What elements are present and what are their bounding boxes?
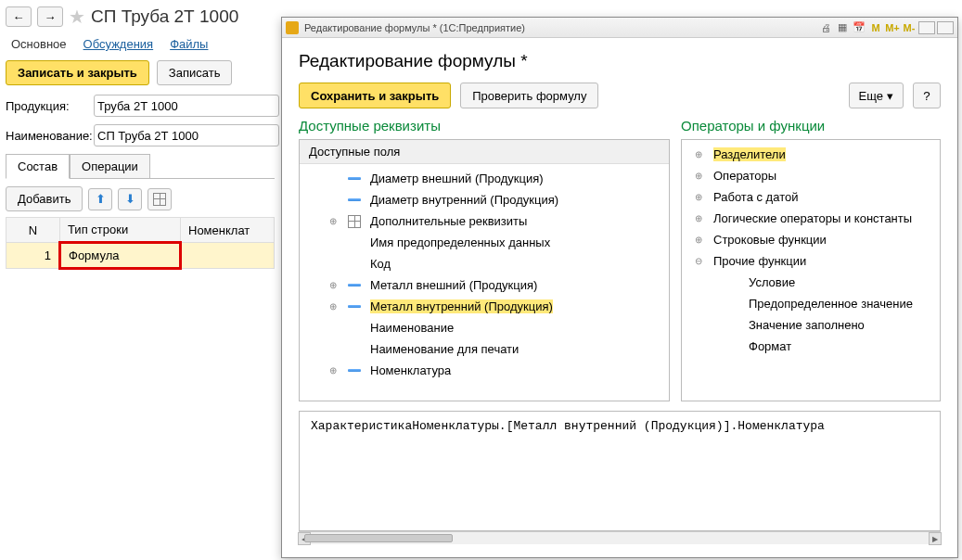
expand-icon[interactable]: ⊕ <box>327 280 339 290</box>
tree-item-label: Логические операторы и константы <box>713 211 912 225</box>
tab-files[interactable]: Файлы <box>170 37 208 51</box>
operators-box: ⊕Разделители⊕Операторы⊕Работа с датой⊕Ло… <box>681 139 941 401</box>
favorite-star-icon[interactable]: ★ <box>69 6 85 28</box>
available-fields-header: Доступные поля <box>300 140 669 164</box>
tree-item-label: Операторы <box>713 169 776 183</box>
tree-item[interactable]: ⊕Металл внешний (Продукция) <box>300 274 669 296</box>
calendar-icon[interactable]: 📅 <box>852 20 866 35</box>
tree-item[interactable]: Формат <box>682 336 940 357</box>
add-row-button[interactable]: Добавить <box>6 186 83 211</box>
tab-discussions[interactable]: Обсуждения <box>83 37 154 51</box>
field-icon <box>348 284 361 286</box>
app-icon <box>286 21 299 34</box>
tree-item[interactable]: Диаметр внутренний (Продукция) <box>300 189 669 210</box>
tree-item-label: Дополнительные реквизиты <box>370 214 527 228</box>
expand-icon[interactable]: ⊕ <box>327 301 339 312</box>
tree-item-label: Условие <box>749 275 795 289</box>
horizontal-scrollbar[interactable]: ◀ ▶ <box>299 531 941 544</box>
col-n[interactable]: N <box>6 218 60 243</box>
available-fields-panel: Доступные реквизиты Доступные поля Диаме… <box>299 118 670 401</box>
window-titlebar[interactable]: Редактирование формулы * (1С:Предприятие… <box>282 18 957 38</box>
tab-main[interactable]: Основное <box>11 37 67 51</box>
check-formula-button[interactable]: Проверить формулу <box>460 83 598 108</box>
table-row[interactable]: 1 Формула <box>6 243 275 269</box>
arrow-right-icon: → <box>45 10 57 24</box>
print-icon[interactable]: 🖨 <box>818 20 833 35</box>
composition-table: N Тип строки Номенклат 1 Формула <box>6 217 275 270</box>
operators-panel: Операторы и функции ⊕Разделители⊕Операто… <box>681 118 941 401</box>
scroll-right-button[interactable]: ▶ <box>929 532 942 545</box>
cell-type[interactable]: Формула <box>60 243 181 269</box>
nav-back-button[interactable]: ← <box>6 6 32 27</box>
tree-item[interactable]: Диаметр внешний (Продукция) <box>300 168 669 189</box>
expand-icon[interactable]: ⊕ <box>693 213 704 223</box>
product-input[interactable] <box>94 95 279 117</box>
page-title: СП Труба 2Т 1000 <box>91 6 238 27</box>
tree-item[interactable]: Код <box>300 253 669 274</box>
formula-editor-body: Редактирование формулы * Сохранить и зак… <box>282 38 957 557</box>
expand-icon[interactable]: ⊕ <box>327 365 339 375</box>
expand-icon[interactable]: ⊕ <box>693 192 704 202</box>
tree-item-label: Код <box>370 257 391 271</box>
cell-n: 1 <box>6 243 60 269</box>
tree-item[interactable]: ⊕Работа с датой <box>682 186 940 208</box>
tree-item[interactable]: Наименование для печати <box>300 338 669 360</box>
formula-editor-window: Редактирование формулы * (1С:Предприятие… <box>281 17 958 558</box>
arrow-down-icon: ⬇ <box>125 192 135 206</box>
memory-m-button[interactable]: M <box>868 20 883 35</box>
move-up-button[interactable]: ⬆ <box>88 188 112 210</box>
col-type[interactable]: Тип строки <box>60 218 181 243</box>
tree-item[interactable]: Имя предопределенных данных <box>300 232 669 253</box>
memory-mminus-button[interactable]: M- <box>902 20 917 35</box>
nav-forward-button[interactable]: → <box>37 6 63 27</box>
col-nomenclature[interactable]: Номенклат <box>181 218 275 243</box>
expand-icon[interactable]: ⊕ <box>693 149 704 159</box>
tree-item[interactable]: Наименование <box>300 317 669 338</box>
name-label: Наименование: <box>6 129 94 143</box>
more-button[interactable]: Еще▾ <box>849 83 904 108</box>
tab-operations[interactable]: Операции <box>70 154 150 178</box>
available-fields-tree[interactable]: Диаметр внешний (Продукция)Диаметр внутр… <box>300 164 669 385</box>
close-button[interactable] <box>937 21 954 34</box>
expand-icon[interactable]: ⊕ <box>327 216 339 226</box>
expand-icon[interactable]: ⊕ <box>693 171 704 181</box>
cell-nomenclature <box>181 243 275 269</box>
tree-item[interactable]: ⊕Строковые функции <box>682 229 940 250</box>
tree-item[interactable]: ⊖Прочие функции <box>682 250 940 272</box>
field-icon <box>348 305 361 308</box>
editor-toolbar: Сохранить и закрыть Проверить формулу Ещ… <box>299 83 941 108</box>
scroll-thumb[interactable] <box>304 534 453 542</box>
product-label: Продукция: <box>6 99 94 113</box>
tree-item[interactable]: ⊕Логические операторы и константы <box>682 208 940 229</box>
table-icon <box>348 215 361 228</box>
memory-mplus-button[interactable]: M+ <box>885 20 900 35</box>
save-and-close-button[interactable]: Записать и закрыть <box>6 60 149 85</box>
available-fields-title: Доступные реквизиты <box>299 118 670 134</box>
tree-item[interactable]: ⊕Операторы <box>682 165 940 186</box>
tree-item[interactable]: ⊕Дополнительные реквизиты <box>300 210 669 232</box>
tree-item[interactable]: Значение заполнено <box>682 314 940 336</box>
minimize-button[interactable] <box>918 21 935 34</box>
expand-icon[interactable]: ⊕ <box>693 235 704 245</box>
tree-item[interactable]: ⊕Номенклатура <box>300 360 669 381</box>
tree-item-label: Формат <box>749 339 791 353</box>
save-button[interactable]: Записать <box>157 60 233 85</box>
tree-item[interactable]: Условие <box>682 272 940 293</box>
move-down-button[interactable]: ⬇ <box>118 188 142 210</box>
tree-item[interactable]: ⊕Разделители <box>682 144 940 165</box>
tree-item-label: Имя предопределенных данных <box>370 235 550 249</box>
expand-icon[interactable]: ⊖ <box>693 256 704 266</box>
grid-settings-button[interactable] <box>148 188 172 210</box>
operators-tree[interactable]: ⊕Разделители⊕Операторы⊕Работа с датой⊕Ло… <box>682 140 940 361</box>
calc-icon[interactable]: ▦ <box>835 20 850 35</box>
save-and-close-button[interactable]: Сохранить и закрыть <box>299 83 451 108</box>
arrow-left-icon: ← <box>13 10 25 24</box>
formula-textarea[interactable]: ХарактеристикаНоменклатуры.[Металл внутр… <box>299 411 941 531</box>
tab-composition[interactable]: Состав <box>6 154 70 179</box>
tree-item-label: Прочие функции <box>713 254 806 268</box>
tree-item[interactable]: Предопределенное значение <box>682 293 940 314</box>
help-button[interactable]: ? <box>913 83 941 108</box>
titlebar-icons: 🖨 ▦ 📅 M M+ M- <box>818 20 954 35</box>
name-input[interactable] <box>94 124 279 146</box>
tree-item[interactable]: ⊕Металл внутренний (Продукция) <box>300 296 669 317</box>
